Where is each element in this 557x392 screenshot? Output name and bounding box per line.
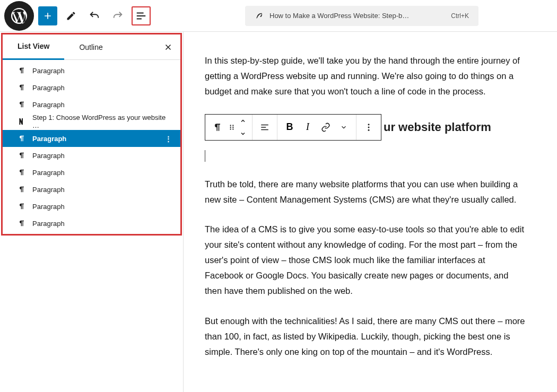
document-title: How to Make a WordPress Website: Step-b… [269,12,409,20]
chevron-down-icon [240,130,246,137]
list-view-icon [135,10,147,22]
paragraph-icon [212,122,223,133]
list-item[interactable]: Paragraph [3,62,180,79]
list-item[interactable]: Paragraph [3,79,180,96]
paragraph-block[interactable]: The idea of a CMS is to give you some ea… [205,222,525,298]
paragraph-icon [18,168,26,177]
list-item[interactable]: Paragraph [3,181,180,198]
document-title-bar[interactable]: How to Make a WordPress Website: Step-b…… [245,6,478,26]
more-vertical-icon [364,123,373,132]
paragraph-icon [18,83,26,92]
feather-icon [255,12,263,20]
overview-tabs: List View Outline [3,34,180,60]
list-item[interactable]: Paragraph [3,164,180,181]
svg-point-7 [368,126,370,128]
undo-button[interactable] [85,6,104,25]
plus-icon [42,11,53,21]
list-item[interactable]: Paragraph⋮ [3,130,180,147]
svg-point-0 [230,125,231,126]
bold-button[interactable]: B [281,115,299,140]
more-rich-text-button[interactable] [335,115,353,140]
italic-button[interactable]: I [299,115,317,140]
link-icon [321,123,330,132]
paragraph-block[interactable]: But enough with the technicalities! As I… [205,313,525,360]
list-item[interactable]: Paragraph [3,198,180,215]
move-down-button[interactable] [237,128,249,140]
block-options-button[interactable] [360,115,378,140]
paragraph-icon [18,151,26,160]
wordpress-logo[interactable] [4,1,34,31]
item-options-button[interactable]: ⋮ [165,135,172,143]
list-item[interactable]: Paragraph [3,147,180,164]
list-item[interactable]: Paragraph [3,215,180,232]
drag-handle[interactable] [227,115,237,140]
document-overview-panel: List View Outline Paragraph Paragraph Pa… [0,32,184,392]
svg-point-1 [232,125,233,126]
svg-point-3 [232,126,233,127]
align-button[interactable] [256,115,274,140]
align-left-icon [260,123,269,132]
keyboard-shortcut: Ctrl+K [451,12,469,20]
paragraph-icon [18,66,26,75]
heading-icon [18,117,26,126]
add-block-button[interactable] [38,6,57,25]
text-cursor [205,150,525,162]
move-up-button[interactable] [237,115,249,127]
wordpress-icon [10,6,29,25]
svg-point-2 [230,126,231,127]
paragraph-icon [18,219,26,228]
close-icon [163,42,173,52]
svg-point-6 [368,124,370,125]
paragraph-icon [18,202,26,211]
redo-icon [112,10,124,22]
undo-icon [89,10,100,22]
close-panel-button[interactable] [163,42,173,52]
drag-icon [228,124,236,131]
editor-content[interactable]: In this step-by-step guide, we'll take y… [184,32,544,392]
redo-button[interactable] [108,6,127,25]
paragraph-block[interactable]: Truth be told, there are many website pl… [205,177,525,207]
pencil-icon [66,11,76,21]
block-type-button[interactable] [208,115,227,140]
chevron-up-icon [240,118,246,124]
svg-point-4 [230,128,231,129]
link-button[interactable] [317,115,335,140]
paragraph-block[interactable]: In this step-by-step guide, we'll take y… [205,53,525,99]
chevron-down-icon [340,124,347,131]
list-item[interactable]: Paragraph [3,96,180,113]
block-list: Paragraph Paragraph Paragraph Step 1: Ch… [3,60,180,234]
paragraph-icon [18,185,26,194]
heading-block[interactable]: ur website platform [384,120,491,134]
tab-list-view[interactable]: List View [3,34,64,60]
paragraph-icon [18,134,26,143]
block-toolbar: B I [205,114,381,141]
tools-button[interactable] [62,6,81,25]
svg-point-5 [232,128,233,129]
top-toolbar: How to Make a WordPress Website: Step-b…… [0,0,557,32]
document-overview-button[interactable] [132,6,151,25]
svg-point-8 [368,129,370,130]
list-item[interactable]: Step 1: Choose WordPress as your website… [3,113,180,130]
tab-outline[interactable]: Outline [64,34,117,60]
paragraph-icon [18,100,26,109]
